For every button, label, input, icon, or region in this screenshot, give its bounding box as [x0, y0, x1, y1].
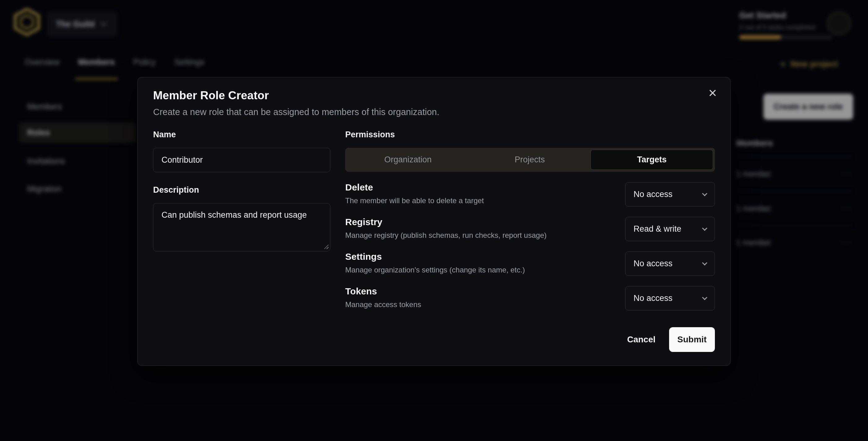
permission-row-settings: Settings Manage organization's settings … [345, 251, 715, 276]
permission-description: Manage registry (publish schemas, run ch… [345, 231, 547, 240]
dialog-title: Member Role Creator [153, 89, 269, 102]
permission-title: Registry [345, 217, 547, 227]
permission-row-tokens: Tokens Manage access tokens No access [345, 286, 715, 311]
permission-row-delete: Delete The member will be able to delete… [345, 182, 715, 207]
close-icon[interactable]: × [707, 85, 719, 100]
tab-organization[interactable]: Organization [347, 150, 469, 170]
select-value: No access [633, 259, 673, 269]
submit-button[interactable]: Submit [669, 327, 715, 352]
permission-description: Manage access tokens [345, 300, 421, 309]
description-field-wrap: Can publish schemas and report usage [153, 203, 330, 251]
permission-info: Registry Manage registry (publish schema… [345, 217, 547, 240]
permission-row-registry: Registry Manage registry (publish schema… [345, 217, 715, 241]
tab-targets[interactable]: Targets [591, 150, 713, 170]
permission-description: The member will be able to delete a targ… [345, 196, 484, 205]
select-value: No access [633, 293, 673, 303]
chevron-down-icon [702, 191, 708, 196]
permission-info: Tokens Manage access tokens [345, 286, 421, 309]
permission-title: Delete [345, 182, 484, 193]
settings-access-select[interactable]: No access [625, 251, 715, 276]
dialog-subtitle: Create a new role that can be assigned t… [153, 107, 439, 117]
tokens-access-select[interactable]: No access [625, 286, 715, 311]
cancel-button[interactable]: Cancel [617, 328, 666, 351]
chevron-down-icon [702, 260, 708, 265]
description-textarea[interactable]: Can publish schemas and report usage [153, 203, 330, 251]
select-value: No access [633, 190, 673, 199]
name-label: Name [153, 129, 330, 140]
role-identity-column: Name Description Can publish schemas and… [153, 129, 330, 321]
member-role-creator-dialog: × Member Role Creator Create a new role … [137, 77, 731, 366]
permissions-label: Permissions [345, 129, 715, 140]
select-value: Read & write [633, 224, 681, 234]
permission-info: Delete The member will be able to delete… [345, 182, 484, 205]
registry-access-select[interactable]: Read & write [625, 217, 715, 241]
dialog-body: Name Description Can publish schemas and… [153, 129, 715, 321]
chevron-down-icon [702, 225, 708, 231]
permissions-column: Permissions Organization Projects Target… [345, 129, 715, 321]
permission-info: Settings Manage organization's settings … [345, 251, 525, 274]
delete-access-select[interactable]: No access [625, 182, 715, 207]
resize-handle[interactable] [323, 244, 329, 249]
permission-description: Manage organization's settings (change i… [345, 266, 525, 274]
chevron-down-icon [702, 295, 708, 300]
name-input[interactable] [153, 148, 330, 172]
permissions-scope-tabs: Organization Projects Targets [345, 148, 715, 171]
tab-projects[interactable]: Projects [469, 150, 591, 170]
permission-title: Tokens [345, 286, 421, 296]
permission-title: Settings [345, 251, 525, 262]
dialog-footer: Cancel Submit [617, 327, 715, 352]
description-label: Description [153, 185, 330, 195]
